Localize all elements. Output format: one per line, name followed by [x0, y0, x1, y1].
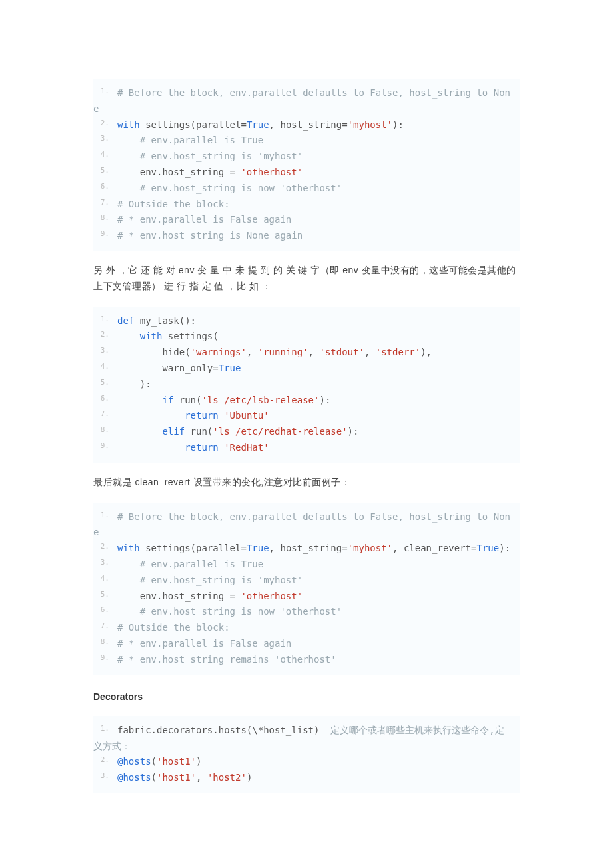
line-number: 3.: [93, 770, 109, 783]
line-number: 7.: [93, 197, 109, 209]
code-content: with settings(parallel=True, host_string…: [117, 543, 510, 553]
code-content: if run('ls /etc/lsb-release'):: [117, 395, 330, 405]
code-line: 3. # env.parallel is True: [93, 557, 513, 573]
code-content: @hosts('host1'): [117, 756, 201, 767]
line-number: 1.: [93, 85, 109, 98]
code-line: 8.# * env.parallel is False again: [93, 212, 513, 228]
line-number: 4.: [93, 149, 109, 161]
section-heading-decorators: Decorators: [93, 689, 520, 704]
code-line: 7.# Outside the block:: [93, 197, 513, 213]
line-number: 2.: [93, 117, 109, 130]
paragraph-2: 最后就是 clean_revert 设置带来的变化,注意对比前面例子：: [93, 475, 520, 491]
code-content: # Outside the block:: [117, 199, 230, 209]
code-line: 3.@hosts('host1', 'host2'): [93, 770, 513, 786]
code-line: 6. if run('ls /etc/lsb-release'):: [93, 393, 513, 409]
code-block-1: 1.# Before the block, env.parallel defau…: [93, 79, 520, 251]
code-line: 6. # env.host_string is now 'otherhost': [93, 604, 513, 620]
line-number: 1.: [93, 313, 109, 326]
code-block-4: 1.fabric.decorators.hosts(\*host_list) 定…: [93, 716, 520, 793]
code-content: # Before the block, env.parallel default…: [93, 511, 510, 538]
code-content: ):: [117, 379, 151, 389]
code-content: # env.parallel is True: [117, 135, 263, 145]
code-content: # * env.host_string is None again: [117, 230, 303, 241]
code-content: # env.host_string is 'myhost': [117, 575, 303, 585]
line-number: 9.: [93, 228, 109, 241]
line-number: 8.: [93, 424, 109, 437]
code-line: 4. # env.host_string is 'myhost': [93, 149, 513, 165]
code-line: 2.@hosts('host1'): [93, 754, 513, 770]
code-line: 1.fabric.decorators.hosts(\*host_list) 定…: [93, 723, 513, 755]
line-number: 5.: [93, 165, 109, 177]
line-number: 7.: [93, 408, 109, 421]
code-line: 8.# * env.parallel is False again: [93, 636, 513, 652]
code-line: 4. # env.host_string is 'myhost': [93, 573, 513, 589]
line-number: 8.: [93, 212, 109, 225]
code-line: 1.# Before the block, env.parallel defau…: [93, 85, 513, 117]
code-line: 5. env.host_string = 'otherhost': [93, 165, 513, 181]
code-line: 9.# * env.host_string remains 'otherhost…: [93, 652, 513, 668]
line-number: 6.: [93, 604, 109, 617]
code-content: return 'RedHat': [117, 442, 269, 453]
code-line: 5. env.host_string = 'otherhost': [93, 589, 513, 605]
code-content: env.host_string = 'otherhost': [117, 167, 303, 177]
line-number: 2.: [93, 329, 109, 341]
line-number: 6.: [93, 181, 109, 193]
code-content: warn_only=True: [117, 363, 241, 373]
code-line: 1.# Before the block, env.parallel defau…: [93, 509, 513, 541]
code-content: elif run('ls /etc/redhat-release'):: [117, 426, 358, 437]
line-number: 7.: [93, 620, 109, 633]
code-block-3: 1.# Before the block, env.parallel defau…: [93, 503, 520, 675]
code-line: 7.# Outside the block:: [93, 620, 513, 636]
code-content: # Outside the block:: [117, 622, 230, 633]
code-content: # env.host_string is now 'otherhost': [117, 183, 342, 193]
code-content: # * env.parallel is False again: [117, 214, 291, 225]
code-line: 9.# * env.host_string is None again: [93, 228, 513, 244]
code-content: # * env.host_string remains 'otherhost': [117, 654, 336, 665]
code-block-2: 1.def my_task():2. with settings(3. hide…: [93, 307, 520, 463]
line-number: 1.: [93, 723, 109, 735]
code-line: 9. return 'RedHat': [93, 440, 513, 456]
code-content: hide('warnings', 'running', 'stdout', 's…: [117, 347, 432, 357]
code-line: 1.def my_task():: [93, 313, 513, 329]
code-line: 2.with settings(parallel=True, host_stri…: [93, 541, 513, 557]
code-content: env.host_string = 'otherhost': [117, 591, 303, 601]
line-number: 9.: [93, 652, 109, 665]
line-number: 4.: [93, 361, 109, 373]
paragraph-1: 另 外 ，它 还 能 对 env 变 量 中 未 提 到 的 关 键 字（即 e…: [93, 263, 520, 295]
code-line: 5. ):: [93, 377, 513, 393]
code-line: 2. with settings(: [93, 329, 513, 345]
code-content: fabric.decorators.hosts(\*host_list) 定义哪…: [93, 725, 504, 751]
code-content: # * env.parallel is False again: [117, 638, 291, 649]
line-number: 9.: [93, 440, 109, 453]
line-number: 3.: [93, 557, 109, 569]
code-content: @hosts('host1', 'host2'): [117, 772, 252, 783]
line-number: 5.: [93, 377, 109, 389]
code-line: 3. hide('warnings', 'running', 'stdout',…: [93, 345, 513, 361]
code-content: # Before the block, env.parallel default…: [93, 87, 510, 114]
line-number: 5.: [93, 589, 109, 601]
line-number: 2.: [93, 541, 109, 553]
code-content: def my_task():: [117, 315, 196, 326]
line-number: 3.: [93, 345, 109, 357]
code-line: 2.with settings(parallel=True, host_stri…: [93, 117, 513, 133]
code-content: with settings(: [117, 331, 219, 341]
code-line: 8. elif run('ls /etc/redhat-release'):: [93, 424, 513, 440]
code-line: 3. # env.parallel is True: [93, 133, 513, 149]
line-number: 4.: [93, 573, 109, 585]
line-number: 6.: [93, 393, 109, 405]
code-content: # env.parallel is True: [117, 559, 263, 569]
code-content: # env.host_string is 'myhost': [117, 151, 303, 161]
line-number: 2.: [93, 754, 109, 767]
code-content: # env.host_string is now 'otherhost': [117, 606, 342, 617]
code-content: with settings(parallel=True, host_string…: [117, 119, 404, 130]
line-number: 1.: [93, 509, 109, 522]
line-number: 3.: [93, 133, 109, 145]
code-line: 6. # env.host_string is now 'otherhost': [93, 181, 513, 197]
line-number: 8.: [93, 636, 109, 649]
code-content: return 'Ubuntu': [117, 410, 269, 421]
code-line: 4. warn_only=True: [93, 361, 513, 377]
code-line: 7. return 'Ubuntu': [93, 408, 513, 424]
